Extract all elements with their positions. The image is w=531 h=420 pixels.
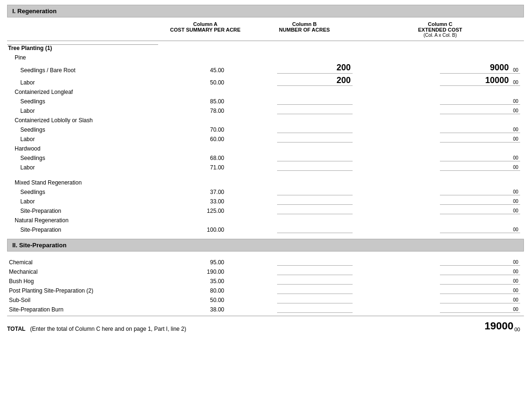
hardwood-seedlings-label: Seedlings xyxy=(7,155,158,161)
mechanical-label: Mechanical xyxy=(7,269,158,275)
bushhog-cola: 35.00 xyxy=(158,278,253,285)
mixed-seedlings-colc: 00 xyxy=(356,195,524,195)
pine-seedlings-colc: 9000 00 xyxy=(356,63,524,74)
natural-regen-label: Natural Regeneration xyxy=(7,217,158,224)
cont-longleaf-labor-colb xyxy=(253,114,356,114)
cont-loblolly-labor-colb xyxy=(253,142,356,143)
total-label: TOTAL (Enter the total of Column C here … xyxy=(7,326,347,332)
pine-labor-colb: 200 xyxy=(253,76,356,86)
siteprep-burn-row: Site-Preparation Burn 38.00 00 xyxy=(7,304,524,314)
siteprep-burn-label: Site-Preparation Burn xyxy=(7,306,158,313)
post-planting-colc: 00 xyxy=(356,294,524,294)
natural-siteprep-cola: 100.00 xyxy=(158,227,253,233)
tree-planting-label: Tree Planting (1) xyxy=(7,44,158,51)
cont-loblolly-labor-cola: 60.00 xyxy=(158,136,253,143)
cont-longleaf-label: Containerized Longleaf xyxy=(7,89,158,95)
cont-loblolly-labor-label: Labor xyxy=(7,136,158,143)
mechanical-colb xyxy=(253,275,356,275)
mixed-siteprep-colb xyxy=(253,214,356,214)
mixed-siteprep-row: Site-Preparation 125.00 00 xyxy=(7,206,524,215)
chemical-cola: 95.00 xyxy=(158,259,253,266)
hardwood-seedlings-colc: 00 xyxy=(356,161,524,161)
cont-loblolly-label: Containerized Loblolly or Slash xyxy=(7,117,158,124)
mixed-siteprep-label: Site-Preparation xyxy=(7,208,158,214)
subsoil-cola: 50.00 xyxy=(158,297,253,303)
cont-longleaf-seedlings-cola: 85.00 xyxy=(158,98,253,105)
pine-labor-cola: 50.00 xyxy=(158,79,253,86)
chemical-label: Chemical xyxy=(7,259,158,266)
cont-loblolly-labor-row: Labor 60.00 00 xyxy=(7,134,524,143)
subsoil-colb xyxy=(253,303,356,303)
pine-seedlings-label: Seedlings / Bare Root xyxy=(7,67,158,74)
natural-siteprep-colb xyxy=(253,233,356,233)
bushhog-label: Bush Hog xyxy=(7,278,158,285)
cont-loblolly-seedlings-colc: 00 xyxy=(356,133,524,133)
post-planting-cola: 80.00 xyxy=(158,287,253,294)
cont-loblolly-labor-colc: 00 xyxy=(356,142,524,143)
cont-longleaf-labor-row: Labor 78.00 00 xyxy=(7,106,524,115)
natural-siteprep-label: Site-Preparation xyxy=(7,227,158,233)
mixed-labor-row: Labor 33.00 00 xyxy=(7,196,524,206)
col-c-header: Column C EXTENDED COST (Col. A x Col. B) xyxy=(356,21,524,38)
mixed-labor-label: Labor xyxy=(7,198,158,205)
cont-longleaf-labor-label: Labor xyxy=(7,108,158,114)
post-planting-label: Post Planting Site-Preparation (2) xyxy=(7,287,158,294)
col-label-spacer xyxy=(7,21,158,38)
subsoil-row: Sub-Soil 50.00 00 xyxy=(7,295,524,304)
post-planting-colb xyxy=(253,294,356,294)
mixed-labor-colc: 00 xyxy=(356,204,524,205)
mechanical-cola: 190.00 xyxy=(158,269,253,275)
col-b-header: Column B NUMBER OF ACRES xyxy=(253,21,356,38)
cont-loblolly-seedlings-colb xyxy=(253,133,356,133)
hardwood-labor-colb xyxy=(253,170,356,171)
mixed-labor-cola: 33.00 xyxy=(158,198,253,205)
siteprep-burn-cola: 38.00 xyxy=(158,306,253,313)
spacer1 xyxy=(7,172,524,177)
total-value: 19000 00 xyxy=(347,320,524,332)
mechanical-row: Mechanical 190.00 00 xyxy=(7,267,524,276)
cont-longleaf-seedlings-colc: 00 xyxy=(356,104,524,105)
section1-title: I. Regeneration xyxy=(12,8,57,15)
hardwood-labor-row: Labor 71.00 00 xyxy=(7,162,524,172)
section2-title: II. Site-Preparation xyxy=(12,242,67,249)
hardwood-label: Hardwood xyxy=(7,145,158,152)
pine-seedlings-cola: 45.00 xyxy=(158,67,253,74)
siteprep-burn-colb xyxy=(253,312,356,313)
cont-loblolly-seedlings-row: Seedlings 70.00 00 xyxy=(7,125,524,134)
tree-planting-title-row: Tree Planting (1) xyxy=(7,43,524,52)
chemical-colb xyxy=(253,265,356,266)
cont-loblolly-seedlings-cola: 70.00 xyxy=(158,126,253,133)
hardwood-labor-label: Labor xyxy=(7,164,158,171)
hardwood-seedlings-colb xyxy=(253,161,356,161)
mixed-siteprep-colc: 00 xyxy=(356,214,524,214)
natural-regen-header: Natural Regeneration xyxy=(7,215,524,225)
mixed-stand-header: Mixed Stand Regeneration xyxy=(7,177,524,187)
total-row: TOTAL (Enter the total of Column C here … xyxy=(7,316,524,334)
pine-group-header: Pine xyxy=(7,52,524,62)
mixed-seedlings-cola: 37.00 xyxy=(158,189,253,195)
mixed-siteprep-cola: 125.00 xyxy=(158,208,253,214)
pine-labor-colc: 10000 00 xyxy=(356,76,524,86)
post-planting-row: Post Planting Site-Preparation (2) 80.00… xyxy=(7,286,524,295)
hardwood-labor-colc: 00 xyxy=(356,170,524,171)
cont-longleaf-labor-cola: 78.00 xyxy=(158,108,253,114)
section1-header: I. Regeneration xyxy=(7,5,524,17)
cont-loblolly-header: Containerized Loblolly or Slash xyxy=(7,115,524,125)
cont-longleaf-seedlings-row: Seedlings 85.00 00 xyxy=(7,96,524,106)
mixed-stand-label: Mixed Stand Regeneration xyxy=(7,179,158,186)
cont-longleaf-labor-colc: 00 xyxy=(356,114,524,114)
bushhog-colc: 00 xyxy=(356,284,524,285)
column-headers: Column A COST SUMMARY PER ACRE Column B … xyxy=(7,17,524,41)
spacer2 xyxy=(7,252,524,257)
cont-loblolly-seedlings-label: Seedlings xyxy=(7,126,158,133)
mixed-seedlings-row: Seedlings 37.00 00 xyxy=(7,187,524,196)
cont-longleaf-seedlings-colb xyxy=(253,104,356,105)
hardwood-seedlings-row: Seedlings 68.00 00 xyxy=(7,153,524,162)
siteprep-burn-colc: 00 xyxy=(356,312,524,313)
chemical-colc: 00 xyxy=(356,265,524,266)
bushhog-row: Bush Hog 35.00 00 xyxy=(7,276,524,286)
hardwood-header: Hardwood xyxy=(7,143,524,153)
pine-labor-label: Labor xyxy=(7,79,158,86)
subsoil-colc: 00 xyxy=(356,303,524,303)
bushhog-colb xyxy=(253,284,356,285)
